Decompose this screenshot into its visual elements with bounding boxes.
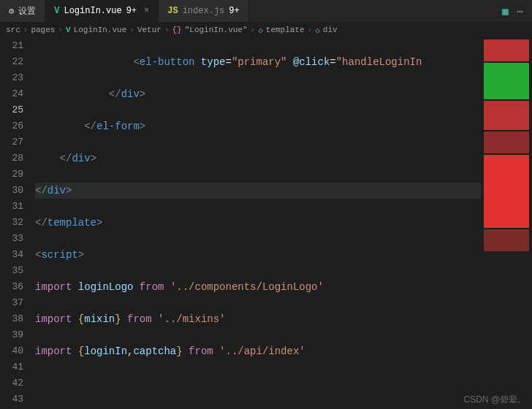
tab-label: 设置 (18, 5, 36, 18)
js-icon: JS (167, 6, 178, 16)
code-area[interactable]: <el-button type="primary" @click="handle… (35, 38, 481, 409)
tab-index-js[interactable]: JS index.js 9+ (159, 0, 248, 22)
vue-icon: V (66, 26, 71, 34)
minimap-region (484, 63, 529, 99)
line-number: 35 (0, 263, 23, 279)
bc-item[interactable]: Vetur (137, 26, 162, 34)
tab-settings[interactable]: ⚙ 设置 (0, 0, 45, 22)
tag-icon: ◇ (258, 26, 263, 35)
code-line[interactable]: <script> (35, 247, 481, 263)
line-number: 26 (0, 118, 23, 134)
line-number: 41 (0, 359, 23, 375)
line-number: 34 (0, 247, 23, 263)
line-number: 39 (0, 327, 23, 343)
tab-label: LoginIn.vue (64, 6, 121, 16)
line-number: 30 (0, 183, 23, 199)
tab-bar: ⚙ 设置 V LoginIn.vue 9+ × JS index.js 9+ ▦… (0, 0, 532, 22)
chevron-right-icon: › (129, 26, 134, 34)
minimap-region (484, 131, 529, 153)
line-number: 40 (0, 343, 23, 359)
minimap-region (484, 155, 529, 228)
close-icon[interactable]: × (144, 6, 149, 16)
chevron-right-icon: › (164, 26, 170, 34)
bc-item[interactable]: template (266, 26, 305, 34)
vue-icon: V (54, 6, 59, 16)
line-number: 28 (0, 150, 23, 167)
line-number: 31 (0, 199, 23, 215)
chevron-right-icon: › (58, 26, 63, 34)
line-number: 25 (0, 102, 23, 118)
line-number: 29 (0, 167, 23, 183)
line-number: 22 (0, 54, 23, 70)
line-number: 33 (0, 231, 23, 247)
tab-modified-badge: 9+ (126, 6, 137, 16)
line-number: 37 (0, 295, 23, 311)
line-number: 43 (0, 391, 23, 408)
code-line[interactable]: <el-button type="primary" @click="handle… (35, 54, 481, 70)
braces-icon: {} (172, 26, 182, 34)
code-line[interactable]: </div> (35, 183, 481, 199)
chevron-right-icon: › (251, 26, 256, 34)
line-number: 27 (0, 134, 23, 150)
code-line[interactable]: import {mixin} from '../mixins' (35, 311, 481, 327)
code-line[interactable]: import {loginIn,captcha} from '../api/in… (35, 343, 481, 359)
code-line[interactable]: </el-form> (35, 118, 481, 134)
code-line[interactable]: </div> (35, 86, 481, 102)
tab-label: index.js (183, 6, 225, 16)
chevron-right-icon: › (308, 26, 313, 34)
bc-item[interactable]: LoginIn.vue (74, 26, 127, 34)
line-number: 36 (0, 279, 23, 295)
watermark: CSDN @碧晕。 (463, 394, 526, 406)
line-gutter: 21 22 23 24 25 26 27 28 29 30 31 32 33 3… (0, 38, 35, 409)
line-number: 42 (0, 375, 23, 391)
minimap-region (484, 229, 529, 251)
breadcrumb[interactable]: src › pages › V LoginIn.vue › Vetur › {}… (0, 22, 532, 38)
code-line[interactable]: </template> (35, 215, 481, 231)
minimap[interactable] (481, 38, 532, 409)
line-number: 23 (0, 70, 23, 86)
bc-item[interactable]: pages (31, 26, 55, 34)
grid-icon[interactable]: ▦ (502, 5, 508, 18)
tab-modified-badge: 9+ (229, 6, 239, 16)
line-number: 38 (0, 311, 23, 327)
line-number: 21 (0, 38, 23, 54)
more-icon[interactable]: ⋯ (517, 5, 523, 18)
gear-icon: ⚙ (9, 6, 14, 17)
code-line[interactable]: import loginLogo from '../components/Log… (35, 279, 481, 295)
line-number: 32 (0, 215, 23, 231)
code-line[interactable]: </div> (35, 150, 481, 167)
chevron-right-icon: › (23, 26, 28, 34)
minimap-region (484, 101, 529, 130)
minimap-region (484, 39, 529, 61)
bc-item[interactable]: div (323, 26, 338, 34)
tag-icon: ◇ (315, 26, 320, 35)
titlebar-right: ▦ ⋯ (502, 0, 532, 22)
bc-item[interactable]: "LoginIn.vue" (185, 26, 248, 34)
tab-loginin-vue[interactable]: V LoginIn.vue 9+ × (45, 0, 159, 22)
bc-item[interactable]: src (6, 26, 20, 34)
editor[interactable]: 21 22 23 24 25 26 27 28 29 30 31 32 33 3… (0, 38, 481, 409)
line-number: 24 (0, 86, 23, 102)
code-line[interactable] (35, 375, 481, 391)
